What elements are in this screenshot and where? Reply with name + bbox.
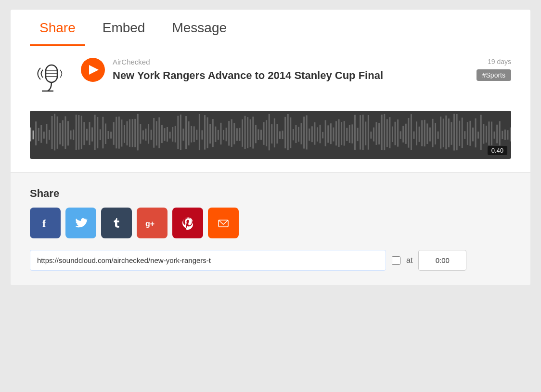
player-section: AirChecked New York Rangers Advance to 2…: [11, 46, 530, 173]
track-age: 19 days: [488, 58, 511, 65]
album-art: [30, 58, 73, 101]
modal-container: Share Embed Message: [11, 10, 530, 285]
url-row: at: [30, 250, 511, 271]
waveform-canvas: [30, 111, 511, 159]
tab-share[interactable]: Share: [30, 10, 85, 46]
tab-embed[interactable]: Embed: [93, 10, 155, 46]
tumblr-button[interactable]: [101, 208, 132, 238]
time-badge: 0.40: [488, 146, 507, 155]
play-button-wrap: [81, 58, 105, 82]
share-section: Share f g+: [11, 173, 530, 285]
play-icon: [89, 65, 99, 75]
tab-section: Share Embed Message: [11, 10, 530, 46]
email-button[interactable]: [208, 208, 239, 238]
url-input[interactable]: [30, 250, 386, 271]
facebook-button[interactable]: f: [30, 208, 61, 238]
waveform-container[interactable]: 0.40: [30, 111, 511, 159]
track-info: AirChecked New York Rangers Advance to 2…: [113, 58, 469, 83]
at-label: at: [406, 256, 412, 265]
tab-message[interactable]: Message: [162, 10, 236, 46]
play-button[interactable]: [81, 58, 105, 82]
time-input[interactable]: [418, 250, 466, 271]
tag-badge[interactable]: #Sports: [477, 69, 511, 81]
svg-text:f: f: [42, 217, 46, 229]
track-title: New York Rangers Advance to 2014 Stanley…: [113, 69, 469, 83]
share-label: Share: [30, 187, 511, 200]
pinterest-button[interactable]: [172, 208, 203, 238]
player-header: AirChecked New York Rangers Advance to 2…: [30, 58, 511, 101]
googleplus-button[interactable]: g+: [137, 208, 167, 238]
twitter-button[interactable]: [65, 208, 96, 238]
at-checkbox[interactable]: [392, 256, 400, 265]
svg-text:g+: g+: [145, 220, 155, 228]
social-buttons: f g+: [30, 208, 511, 238]
track-author: AirChecked: [113, 58, 469, 66]
track-meta: 19 days #Sports: [477, 58, 511, 81]
